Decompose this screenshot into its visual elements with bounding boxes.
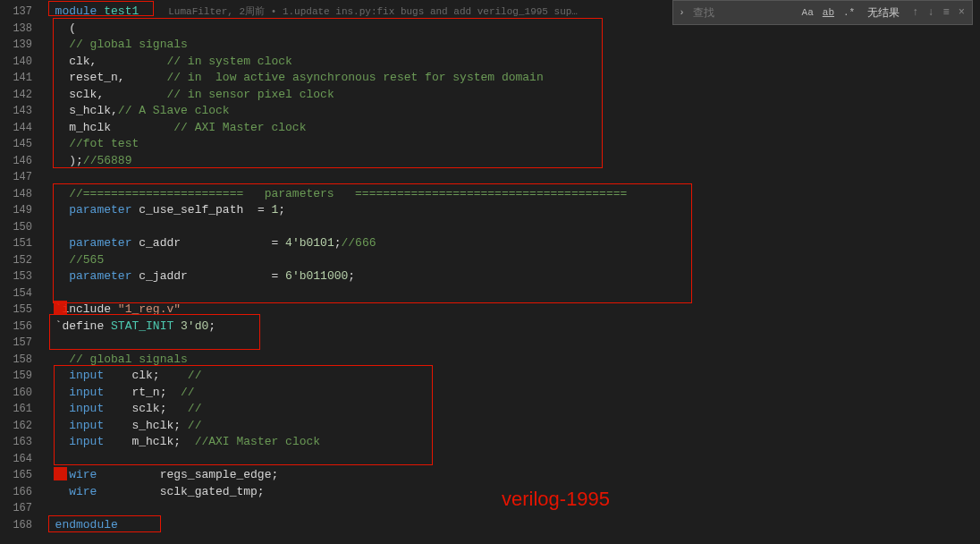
code-content[interactable]: verilog-1995 module test1 LumaFilter, 2周… bbox=[41, 0, 980, 544]
red-marker bbox=[54, 467, 67, 480]
find-prev-icon[interactable]: ↑ bbox=[908, 6, 922, 19]
find-wholeword-option[interactable]: ab bbox=[819, 6, 838, 19]
find-menu-icon[interactable]: ≡ bbox=[940, 6, 953, 19]
close-icon[interactable]: × bbox=[955, 6, 968, 19]
search-input[interactable] bbox=[689, 4, 797, 21]
find-next-icon[interactable]: ↓ bbox=[924, 6, 937, 19]
line-number-gutter: 137138139140141142 143144145146147148 14… bbox=[0, 0, 41, 544]
find-regex-option[interactable]: .* bbox=[840, 6, 858, 19]
codelens-blame[interactable]: LumaFilter, 2周前 • 1.update ins.py:fix bu… bbox=[168, 6, 578, 17]
find-noresult-label: 无结果 bbox=[860, 5, 907, 21]
find-bar: › Aa ab .* 无结果 ↑ ↓ ≡ × bbox=[672, 0, 973, 25]
code-area[interactable]: 137138139140141142 143144145146147148 14… bbox=[0, 0, 980, 544]
find-toggle-icon[interactable]: › bbox=[677, 8, 688, 18]
find-case-option[interactable]: Aa bbox=[798, 6, 817, 19]
red-marker bbox=[54, 301, 67, 314]
annotation-label: verilog-1995 bbox=[502, 488, 610, 511]
editor-root: › Aa ab .* 无结果 ↑ ↓ ≡ × 13713813914014114… bbox=[0, 0, 980, 544]
